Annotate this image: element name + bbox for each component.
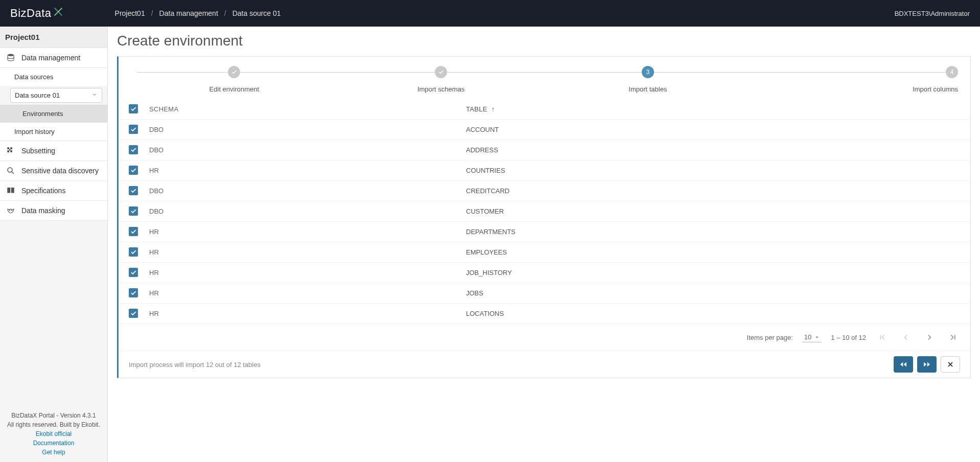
cell-table: ADDRESS [466, 146, 960, 154]
footer-version: BizDataX Portal - Version 4.3.1 [4, 411, 103, 420]
page-title: Create environment [117, 33, 971, 49]
sidebar-item-data-masking[interactable]: Data masking [0, 201, 107, 221]
cell-schema: DBO [149, 146, 466, 154]
column-header-table[interactable]: TABLE ↑ [466, 105, 960, 113]
sidebar-item-label: Specifications [21, 187, 65, 195]
puzzle-icon [6, 146, 15, 155]
sidebar-item-label: Subsetting [21, 147, 55, 155]
column-header-schema[interactable]: SCHEMA [149, 105, 466, 113]
step-edit-environment[interactable]: Edit environment [131, 66, 338, 93]
datasource-select[interactable]: Data source 01 [10, 88, 102, 103]
row-checkbox[interactable] [129, 145, 138, 154]
step-import-schemas[interactable]: Import schemas [338, 66, 545, 93]
cancel-button[interactable] [941, 356, 960, 373]
database-icon [6, 53, 15, 62]
sidebar-item-import-history[interactable]: Import history [0, 123, 107, 141]
footer-link-help[interactable]: Get help [4, 448, 103, 457]
svg-point-1 [8, 168, 12, 172]
tables-list: SCHEMA TABLE ↑ DBOACCOUNTDBOADDRESSHRCOU… [119, 99, 970, 324]
datasource-selected: Data source 01 [15, 91, 60, 99]
step-import-columns[interactable]: 4 Import columns [751, 66, 958, 93]
footer-link-docs[interactable]: Documentation [4, 438, 103, 448]
items-per-page-label: Items per page: [747, 334, 793, 341]
step-circle-done [435, 66, 447, 78]
sidebar-item-data-management[interactable]: Data management [0, 48, 107, 68]
sidebar-item-sensitive-discovery[interactable]: Sensitive data discovery [0, 161, 107, 181]
cell-table: LOCATIONS [466, 310, 960, 317]
step-circle-pending: 4 [946, 66, 958, 78]
step-label: Edit environment [209, 85, 260, 93]
select-all-checkbox[interactable] [129, 104, 138, 113]
row-checkbox[interactable] [129, 288, 138, 297]
brand-x-icon [53, 6, 64, 20]
table-row: DBOCUSTOMER [119, 201, 970, 222]
step-label: Import columns [913, 85, 958, 93]
check-icon [130, 289, 137, 296]
chevron-down-icon [91, 91, 98, 99]
sidebar-item-specifications[interactable]: Specifications [0, 181, 107, 201]
sidebar-item-data-sources[interactable]: Data sources [0, 68, 107, 86]
paginator: Items per page: 10 1 – 10 of 12 [119, 324, 970, 351]
cell-schema: HR [149, 228, 466, 236]
step-circle-done [228, 66, 240, 78]
next-page-button[interactable] [922, 330, 937, 344]
breadcrumb-item[interactable]: Data source 01 [232, 9, 281, 17]
cell-schema: DBO [149, 207, 466, 215]
table-row: HRJOB_HISTORY [119, 263, 970, 283]
cell-schema: HR [149, 289, 466, 297]
cell-table: ACCOUNT [466, 126, 960, 133]
user-label[interactable]: BDXTEST3\Administrator [895, 10, 970, 17]
sidebar-item-label: Data management [21, 54, 80, 62]
sidebar-item-label: Data masking [21, 206, 65, 215]
table-row: HREMPLOYEES [119, 242, 970, 263]
row-checkbox[interactable] [129, 247, 138, 257]
check-icon [130, 269, 137, 276]
step-import-tables[interactable]: 3 Import tables [545, 66, 752, 93]
row-checkbox[interactable] [129, 227, 138, 236]
cell-table: JOBS [466, 289, 960, 297]
cell-schema: HR [149, 248, 466, 256]
breadcrumb: Project01 / Data management / Data sourc… [115, 9, 281, 17]
check-icon [130, 187, 137, 194]
import-summary: Import process will import 12 out of 12 … [129, 361, 261, 368]
check-icon [130, 126, 137, 133]
prev-page-button[interactable] [899, 330, 913, 344]
check-icon [130, 228, 137, 235]
mask-icon [6, 206, 15, 215]
cell-table: CREDITCARD [466, 187, 960, 195]
row-checkbox[interactable] [129, 268, 138, 277]
step-label: Import schemas [417, 85, 464, 93]
check-icon [130, 105, 137, 112]
sort-asc-icon: ↑ [492, 105, 495, 113]
footer-link-ekobit[interactable]: Ekobit official [4, 429, 103, 438]
page-size-select[interactable]: 10 [802, 332, 822, 342]
brand-logo[interactable]: BizData [10, 6, 64, 20]
next-button[interactable] [917, 356, 937, 373]
step-circle-active: 3 [642, 66, 654, 78]
topbar: BizData Project01 / Data management / Da… [0, 0, 980, 27]
row-checkbox[interactable] [129, 125, 138, 134]
footer-copyright: All rights reserved. Built by Ekobit. [4, 420, 103, 429]
project-title: Project01 [0, 27, 107, 48]
last-page-button[interactable] [946, 330, 960, 344]
table-row: DBOACCOUNT [119, 120, 970, 140]
sidebar-item-subsetting[interactable]: Subsetting [0, 141, 107, 161]
close-icon [947, 361, 954, 368]
column-header-table-label: TABLE [466, 105, 487, 113]
sidebar-item-label: Data sources [14, 73, 54, 81]
breadcrumb-item[interactable]: Data management [159, 9, 218, 17]
cell-schema: HR [149, 269, 466, 276]
breadcrumb-item[interactable]: Project01 [115, 9, 145, 17]
cell-table: EMPLOYEES [466, 248, 960, 256]
back-button[interactable] [894, 356, 913, 373]
sidebar-item-environments[interactable]: Environments [0, 105, 107, 123]
row-checkbox[interactable] [129, 206, 138, 216]
search-icon [6, 166, 15, 175]
table-header: SCHEMA TABLE ↑ [119, 99, 970, 120]
sidebar-item-label: Import history [14, 128, 55, 135]
row-checkbox[interactable] [129, 309, 138, 318]
row-checkbox[interactable] [129, 166, 138, 175]
row-checkbox[interactable] [129, 186, 138, 195]
svg-point-3 [12, 210, 13, 211]
first-page-button[interactable] [875, 330, 890, 344]
